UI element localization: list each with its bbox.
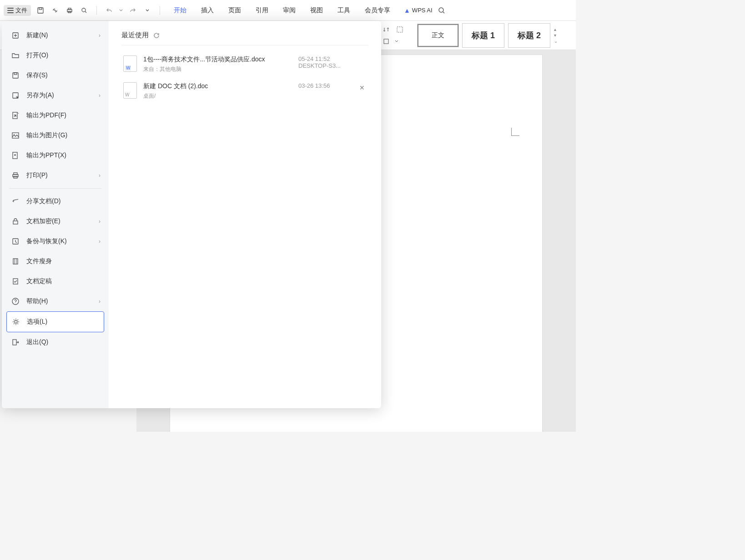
menu-item-label: 文件瘦身 bbox=[26, 257, 52, 265]
svg-rect-8 bbox=[384, 39, 388, 44]
print-icon[interactable] bbox=[65, 5, 75, 15]
menu-item-saveas[interactable]: 另存为(A)› bbox=[6, 85, 104, 105]
menu-item-pdf[interactable]: 输出为PDF(F) bbox=[6, 105, 104, 125]
recent-file-sub: 桌面/ bbox=[143, 92, 292, 100]
select-all-icon[interactable] bbox=[395, 25, 405, 35]
menu-item-print[interactable]: 打印(P)› bbox=[6, 165, 104, 185]
menu-item-label: 另存为(A) bbox=[26, 91, 54, 100]
scroll-down-icon[interactable]: ▾ bbox=[554, 33, 558, 38]
chevron-right-icon: › bbox=[99, 218, 101, 225]
gear-icon bbox=[11, 317, 20, 326]
style-body[interactable]: 正文 bbox=[418, 24, 458, 47]
recent-title: 最近使用 bbox=[121, 31, 149, 40]
menu-item-ppt[interactable]: 输出为PPT(X) bbox=[6, 145, 104, 165]
menu-item-backup[interactable]: 备份与恢复(K)› bbox=[6, 231, 104, 251]
quick-access-toolbar bbox=[34, 5, 165, 15]
svg-rect-23 bbox=[13, 279, 18, 284]
image-icon bbox=[11, 131, 20, 140]
undo-dropdown-icon[interactable] bbox=[119, 5, 123, 15]
sort-icon[interactable] bbox=[381, 25, 391, 35]
svg-rect-22 bbox=[13, 259, 18, 264]
ribbon-small-icons bbox=[381, 25, 405, 46]
menu-item-save[interactable]: 保存(S) bbox=[6, 65, 104, 85]
exit-icon bbox=[11, 338, 20, 347]
recent-list: 1包----商务技术文件...节活动奖品供应.docx来自：其他电脑05-24 … bbox=[121, 51, 368, 105]
menu-item-label: 文档加密(E) bbox=[26, 217, 60, 225]
tab-vip[interactable]: 会员专享 bbox=[364, 5, 391, 16]
search-icon[interactable] bbox=[438, 7, 445, 14]
ai-logo-icon: ▲ bbox=[404, 7, 410, 14]
plus-icon bbox=[11, 31, 20, 40]
file-icon bbox=[123, 55, 137, 72]
top-toolbar: 文件 开始 插入 页面 引用 审阅 视图 工具 会员专享 ▲ WPS AI bbox=[0, 0, 576, 21]
svg-rect-10 bbox=[13, 73, 18, 78]
close-icon[interactable]: ✕ bbox=[359, 84, 365, 91]
tab-start[interactable]: 开始 bbox=[173, 5, 187, 16]
svg-rect-26 bbox=[13, 340, 16, 345]
recent-file-sub: 来自：其他电脑 bbox=[143, 65, 292, 73]
lock-icon bbox=[11, 217, 20, 226]
svg-rect-0 bbox=[38, 8, 43, 13]
menu-item-image[interactable]: 输出为图片(G) bbox=[6, 125, 104, 145]
menu-item-plus[interactable]: 新建(N)› bbox=[6, 25, 104, 45]
recent-item[interactable]: 1包----商务技术文件...节活动奖品供应.docx来自：其他电脑05-24 … bbox=[121, 51, 368, 78]
link-icon[interactable] bbox=[50, 5, 60, 15]
menu-item-exit[interactable]: 退出(Q) bbox=[6, 332, 104, 352]
backup-icon bbox=[11, 237, 20, 246]
svg-rect-1 bbox=[39, 8, 42, 10]
tab-insert[interactable]: 插入 bbox=[200, 5, 215, 16]
recent-file-info: 1包----商务技术文件...节活动奖品供应.docx来自：其他电脑 bbox=[143, 55, 292, 73]
menu-item-help[interactable]: 帮助(H)› bbox=[6, 291, 104, 311]
scroll-up-icon[interactable]: ▴ bbox=[554, 27, 558, 32]
ribbon-tabs: 开始 插入 页面 引用 审阅 视图 工具 会员专享 bbox=[173, 5, 391, 16]
menu-item-share[interactable]: 分享文档(D) bbox=[6, 191, 104, 211]
redo-icon[interactable] bbox=[128, 5, 138, 15]
tab-tools[interactable]: 工具 bbox=[337, 5, 351, 16]
tab-review[interactable]: 审阅 bbox=[282, 5, 297, 16]
svg-rect-20 bbox=[13, 221, 18, 224]
saveas-icon bbox=[11, 91, 20, 100]
ppt-icon bbox=[11, 151, 20, 160]
refresh-icon[interactable] bbox=[153, 32, 160, 39]
tab-view[interactable]: 视图 bbox=[309, 5, 324, 16]
file-menu-button[interactable]: 文件 bbox=[4, 5, 31, 16]
style-heading2[interactable]: 标题 2 bbox=[508, 23, 550, 48]
customize-dropdown-icon[interactable] bbox=[142, 5, 152, 15]
chevron-right-icon: › bbox=[99, 172, 101, 179]
menu-item-label: 退出(Q) bbox=[26, 338, 48, 346]
menu-item-gear[interactable]: 选项(L) bbox=[6, 311, 104, 332]
hamburger-icon bbox=[7, 8, 14, 13]
svg-point-5 bbox=[82, 8, 86, 12]
menu-item-label: 文档定稿 bbox=[26, 277, 52, 285]
scroll-more-icon[interactable]: ⌄ bbox=[554, 39, 558, 44]
chevron-right-icon: › bbox=[99, 298, 101, 305]
menu-item-slim[interactable]: 文件瘦身 bbox=[6, 251, 104, 271]
wps-ai-button[interactable]: ▲ WPS AI bbox=[404, 7, 433, 14]
style-heading1[interactable]: 标题 1 bbox=[462, 23, 504, 48]
svg-point-6 bbox=[439, 8, 443, 12]
recent-file-name: 新建 DOC 文档 (2).doc bbox=[143, 82, 292, 90]
menu-item-label: 备份与恢复(K) bbox=[26, 237, 67, 245]
recent-item[interactable]: 新建 DOC 文档 (2).doc桌面/03-26 13:56✕ bbox=[121, 78, 368, 105]
recent-header: 最近使用 bbox=[121, 31, 368, 45]
svg-rect-19 bbox=[14, 176, 17, 178]
style-scroll-buttons[interactable]: ▴ ▾ ⌄ bbox=[554, 27, 558, 44]
svg-rect-11 bbox=[14, 73, 17, 75]
recent-file-meta: 05-24 11:52DESKTOP-S3... bbox=[298, 55, 367, 69]
menu-item-folder[interactable]: 打开(O) bbox=[6, 45, 104, 65]
tab-page[interactable]: 页面 bbox=[227, 5, 242, 16]
tab-reference[interactable]: 引用 bbox=[255, 5, 269, 16]
menu-item-label: 保存(S) bbox=[26, 71, 48, 80]
chevron-right-icon: › bbox=[99, 238, 101, 245]
menu-item-lock[interactable]: 文档加密(E)› bbox=[6, 211, 104, 231]
save-icon[interactable] bbox=[35, 5, 45, 15]
styles-gallery: 正文 标题 1 标题 2 ▴ ▾ ⌄ bbox=[418, 23, 558, 48]
svg-point-15 bbox=[14, 134, 15, 135]
svg-rect-18 bbox=[14, 173, 17, 175]
menu-item-final[interactable]: 文档定稿 bbox=[6, 271, 104, 291]
border-dropdown-icon[interactable] bbox=[395, 36, 398, 46]
final-icon bbox=[11, 277, 20, 286]
border-icon[interactable] bbox=[381, 36, 391, 46]
print-preview-icon[interactable] bbox=[79, 5, 89, 15]
undo-icon[interactable] bbox=[104, 5, 114, 15]
